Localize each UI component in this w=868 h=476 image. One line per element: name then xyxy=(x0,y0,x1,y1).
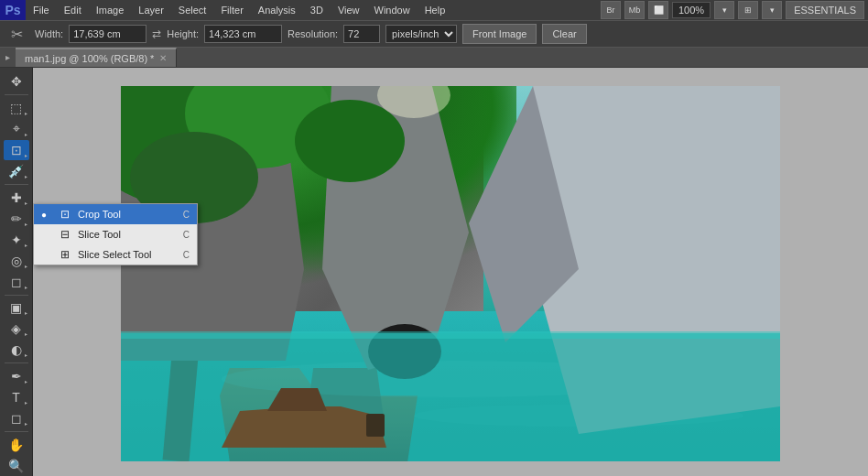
resolution-input[interactable] xyxy=(343,25,380,43)
menu-image[interactable]: Image xyxy=(89,0,132,20)
resolution-label: Resolution: xyxy=(288,28,338,39)
water-overlay xyxy=(121,333,780,461)
shape-tool-btn[interactable]: ◻ ▸ xyxy=(4,408,29,428)
menu-window[interactable]: Window xyxy=(367,0,418,20)
ctx-slice-select-icon: ⊞ xyxy=(58,247,72,262)
shape-tool-icon: ◻ xyxy=(11,411,22,426)
eyedropper-tool-arrow: ▸ xyxy=(25,174,27,179)
zoom-tool-icon: 🔍 xyxy=(8,459,24,473)
water-shimmer xyxy=(121,331,780,339)
eraser-tool-btn[interactable]: ◻ ▸ xyxy=(4,272,29,292)
gradient-tool-arrow: ▸ xyxy=(25,310,27,316)
mini-bridge-icon-btn[interactable]: Mb xyxy=(624,1,645,19)
text-tool-arrow: ▸ xyxy=(25,400,27,406)
document-tab[interactable]: man1.jpg @ 100% (RGB/8) * ✕ xyxy=(16,48,177,67)
height-input[interactable] xyxy=(204,25,282,43)
crop-tool-btn[interactable]: ⊡ ▸ xyxy=(4,140,29,160)
hand-tool-btn[interactable]: ✋ xyxy=(4,435,29,455)
canvas-wrapper xyxy=(121,86,780,461)
ctx-slice-select-tool[interactable]: ⊞ Slice Select Tool C xyxy=(34,244,197,265)
selection-tool-arrow: ▸ xyxy=(25,111,27,116)
eraser-tool-arrow: ▸ xyxy=(25,285,27,290)
text-tool-btn[interactable]: T ▸ xyxy=(4,387,29,407)
menu-3d[interactable]: 3D xyxy=(303,0,331,20)
arrange-btn[interactable]: ⊞ xyxy=(738,1,758,19)
toolbar-separator-1 xyxy=(5,94,28,95)
menu-filter[interactable]: Filter xyxy=(213,0,250,20)
tab-label: man1.jpg @ 100% (RGB/8) * xyxy=(25,53,154,64)
brush-tool-arrow: ▸ xyxy=(25,222,27,227)
screen-mode-btn[interactable]: ⬜ xyxy=(648,1,668,19)
ctx-crop-icon: ⊡ xyxy=(58,207,72,222)
menubar: Ps File Edit Image Layer Select Filter A… xyxy=(0,0,868,20)
blur-tool-icon: ◈ xyxy=(11,321,21,336)
crop-tool-icon: ⊡ xyxy=(11,143,22,157)
options-tool-icon: ✂ xyxy=(4,22,29,46)
height-label: Height: xyxy=(167,28,199,39)
main-area: ✥ ⬚ ▸ ⌖ ▸ ⊡ ▸ 💉 ▸ ✚ ▸ ✏ ▸ xyxy=(0,68,868,476)
ctx-crop-tool[interactable]: ● ⊡ Crop Tool C xyxy=(34,204,197,224)
dodge-tool-btn[interactable]: ◐ ▸ xyxy=(4,340,29,360)
shape-tool-arrow: ▸ xyxy=(25,421,27,427)
brush-tool-btn[interactable]: ✏ ▸ xyxy=(4,209,29,229)
gradient-tool-icon: ▣ xyxy=(10,300,22,315)
width-input[interactable] xyxy=(69,25,146,43)
healing-tool-btn[interactable]: ✚ ▸ xyxy=(4,188,29,208)
toolbar-separator-4 xyxy=(5,362,28,363)
clone-tool-btn[interactable]: ✦ ▸ xyxy=(4,230,29,250)
clone-tool-arrow: ▸ xyxy=(25,243,27,248)
tab-close-button[interactable]: ✕ xyxy=(159,53,167,63)
crop-tool-arrow: ▸ xyxy=(25,153,27,158)
canvas-svg xyxy=(121,86,780,461)
history-tool-btn[interactable]: ◎ ▸ xyxy=(4,251,29,271)
path-tool-icon: ✒ xyxy=(11,369,22,384)
menu-analysis[interactable]: Analysis xyxy=(251,0,303,20)
units-select[interactable]: pixels/inch xyxy=(385,25,457,43)
optionsbar: ✂ Width: ⇄ Height: Resolution: pixels/in… xyxy=(0,20,868,48)
toolbar-separator-2 xyxy=(5,184,28,185)
lasso-tool-arrow: ▸ xyxy=(25,132,27,137)
bridge-icon-btn[interactable]: Br xyxy=(601,1,621,19)
zoom-dropdown-btn[interactable]: ▾ xyxy=(714,1,734,19)
move-tool-icon: ✥ xyxy=(11,74,22,89)
dodge-tool-icon: ◐ xyxy=(11,342,22,357)
blur-tool-btn[interactable]: ◈ ▸ xyxy=(4,319,29,339)
canvas-area[interactable] xyxy=(33,68,868,476)
eyedropper-tool-btn[interactable]: 💉 ▸ xyxy=(4,161,29,181)
arrange-dropdown-btn[interactable]: ▾ xyxy=(762,1,782,19)
swap-dimensions-icon[interactable]: ⇄ xyxy=(152,27,161,40)
healing-tool-icon: ✚ xyxy=(11,190,22,205)
blur-tool-arrow: ▸ xyxy=(25,331,27,337)
zoom-display: 100% xyxy=(672,2,711,18)
menu-file[interactable]: File xyxy=(26,0,57,20)
move-tool-btn[interactable]: ✥ xyxy=(4,71,29,92)
brush-tool-icon: ✏ xyxy=(11,211,22,226)
path-tool-arrow: ▸ xyxy=(25,379,27,384)
clear-button[interactable]: Clear xyxy=(542,24,586,44)
canvas-image[interactable] xyxy=(121,86,780,461)
path-tool-btn[interactable]: ✒ ▸ xyxy=(4,366,29,386)
menu-layer[interactable]: Layer xyxy=(131,0,171,20)
boat-motor xyxy=(366,414,385,437)
foliage-3 xyxy=(295,100,405,182)
zoom-tool-btn[interactable]: 🔍 xyxy=(4,456,29,476)
ctx-slice-label: Slice Tool xyxy=(78,229,178,240)
gradient-tool-btn[interactable]: ▣ ▸ xyxy=(4,298,29,318)
hand-tool-icon: ✋ xyxy=(8,438,24,452)
selection-tool-btn[interactable]: ⬚ ▸ xyxy=(4,98,29,118)
menu-edit[interactable]: Edit xyxy=(57,0,89,20)
lasso-tool-btn[interactable]: ⌖ ▸ xyxy=(4,119,29,139)
menu-select[interactable]: Select xyxy=(171,0,214,20)
width-label: Width: xyxy=(35,28,63,39)
boat-hull xyxy=(222,406,386,448)
panel-collapse-arrow[interactable]: ▸ xyxy=(0,52,16,62)
ctx-slice-tool[interactable]: ⊟ Slice Tool C xyxy=(34,224,197,244)
ctx-slice-icon: ⊟ xyxy=(58,227,72,242)
essentials-btn[interactable]: ESSENTIALS xyxy=(786,1,864,19)
menu-help[interactable]: Help xyxy=(418,0,453,20)
ctx-bullet-crop: ● xyxy=(41,210,52,220)
front-image-button[interactable]: Front Image xyxy=(462,24,537,44)
right-icons: Br Mb ⬜ 100% ▾ ⊞ ▾ ESSENTIALS xyxy=(601,1,868,19)
menu-view[interactable]: View xyxy=(331,0,367,20)
toolbar: ✥ ⬚ ▸ ⌖ ▸ ⊡ ▸ 💉 ▸ ✚ ▸ ✏ ▸ xyxy=(0,68,33,476)
